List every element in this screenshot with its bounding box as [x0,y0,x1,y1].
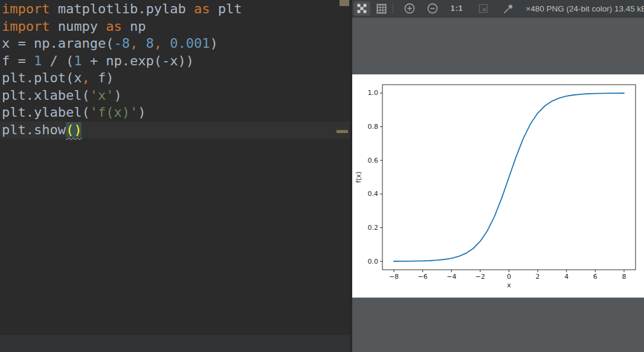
image-preview-panel: 1:1 ×480 PNG (24-bit color) 13.45 kB −8−… [352,0,644,352]
scrollbar-mark-top[interactable] [340,0,349,6]
code-token: plt.ylabel( [2,105,90,120]
code-token: , [154,36,170,51]
actual-size-button[interactable]: 1:1 [451,4,463,13]
code-token: np [122,19,146,34]
transparency-checkerboard-button[interactable] [353,1,370,16]
svg-text:1.0: 1.0 [368,89,379,97]
svg-text:2: 2 [536,273,540,281]
code-token: plt [210,1,242,16]
scrollbar-caret-mark[interactable] [336,130,348,133]
code-line[interactable]: plt.show() [0,122,350,139]
code-token: numpy [50,19,106,34]
svg-text:6: 6 [593,273,597,281]
svg-text:0.2: 0.2 [368,224,379,232]
code-token: x = np.arange( [2,36,114,51]
svg-text:0.6: 0.6 [368,157,379,165]
grid-button[interactable] [373,1,390,16]
code-token: 8 [146,36,153,51]
code-token: import [2,1,50,16]
svg-text:−8: −8 [389,273,399,281]
code-token: f = [2,53,34,68]
code-token: 1 [34,53,42,68]
svg-text:4: 4 [564,273,568,281]
code-token: ) [210,36,217,51]
code-token: / ( [42,53,74,68]
svg-text:−6: −6 [418,273,428,281]
code-token: as [194,1,210,16]
code-line[interactable]: f = 1 / (1 + np.exp(-x)) [0,53,350,70]
zoom-out-icon [427,2,439,15]
code-token: 0.001 [170,36,210,51]
code-token: plt.plot(x [2,70,82,85]
image-toolbar: 1:1 ×480 PNG (24-bit color) 13.45 kB [352,0,644,18]
editor-bottom-strip [0,335,350,352]
code-token: 1 [74,53,82,68]
svg-text:8: 8 [622,273,626,281]
zoom-in-icon [404,2,416,15]
code-token: () [66,122,82,137]
svg-text:−2: −2 [475,273,485,281]
code-token: 'x' [90,88,114,103]
fit-to-window-button[interactable] [475,1,492,16]
pycharm-window: import matplotlib.pylab as pltimport num… [0,0,644,352]
code-line[interactable]: import numpy as np [0,18,350,36]
code-line[interactable]: plt.ylabel('f(x)') [0,104,350,122]
fit-to-window-icon [478,4,488,13]
code-token: -8 [114,36,130,51]
eyedropper-icon [503,2,515,15]
zoom-out-button[interactable] [424,1,441,16]
code-editor[interactable]: import matplotlib.pylab as pltimport num… [0,0,350,352]
code-token: as [106,19,122,34]
code-line[interactable]: plt.xlabel('x') [0,87,350,105]
code-token: , [82,70,98,85]
code-line[interactable]: plt.plot(x, f) [0,70,350,87]
code-token: ) [138,105,146,120]
image-info-text: ×480 PNG (24-bit color) 13.45 kB [526,4,644,13]
code-token: + np.exp(-x)) [82,53,193,68]
code-area[interactable]: import matplotlib.pylab as pltimport num… [0,1,350,139]
toolbar-separator [393,3,393,14]
code-token: plt.show [2,122,66,137]
color-picker-button[interactable] [500,1,517,16]
code-token: , [130,36,146,51]
code-line[interactable]: x = np.arange(-8, 8, 0.001) [0,35,350,53]
code-token: 'f(x)' [90,105,138,120]
grid-icon [376,4,387,14]
code-token: ) [114,88,121,103]
zoom-in-button[interactable] [401,1,418,16]
sigmoid-plot: −8−6−4−2024680.00.20.40.60.81.0xf(x) [352,74,644,298]
code-token: import [2,19,50,34]
svg-text:x: x [507,281,511,289]
svg-text:−4: −4 [446,273,456,281]
svg-text:0.0: 0.0 [368,258,379,266]
svg-text:0.4: 0.4 [368,190,379,198]
svg-text:f(x): f(x) [355,172,362,183]
code-token: matplotlib.pylab [50,1,193,16]
code-line[interactable]: import matplotlib.pylab as plt [0,1,350,18]
code-token: plt.xlabel( [2,88,90,103]
checkerboard-icon [357,4,367,13]
plot-image[interactable]: −8−6−4−2024680.00.20.40.60.81.0xf(x) [352,74,644,298]
code-token: f) [98,70,114,85]
svg-text:0: 0 [507,273,511,281]
svg-text:0.8: 0.8 [368,123,379,131]
